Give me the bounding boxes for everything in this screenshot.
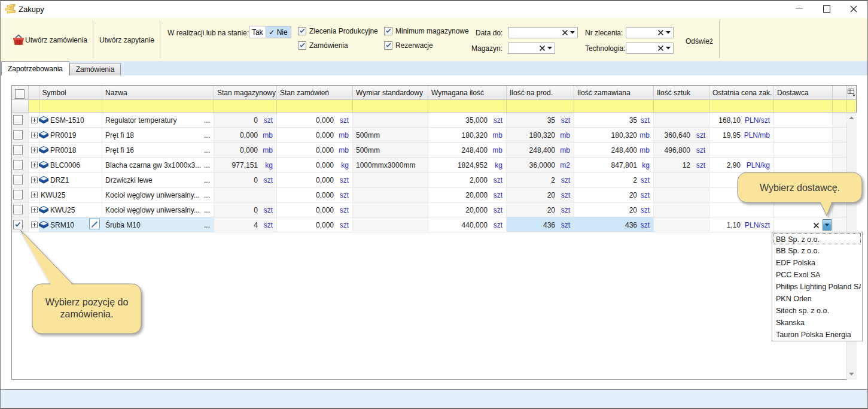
svg-text:Wybierz pozycję do: Wybierz pozycję do bbox=[45, 297, 129, 307]
svg-text:Wybierz dostawcę.: Wybierz dostawcę. bbox=[760, 183, 840, 193]
svg-text:zamówienia.: zamówienia. bbox=[60, 309, 114, 319]
